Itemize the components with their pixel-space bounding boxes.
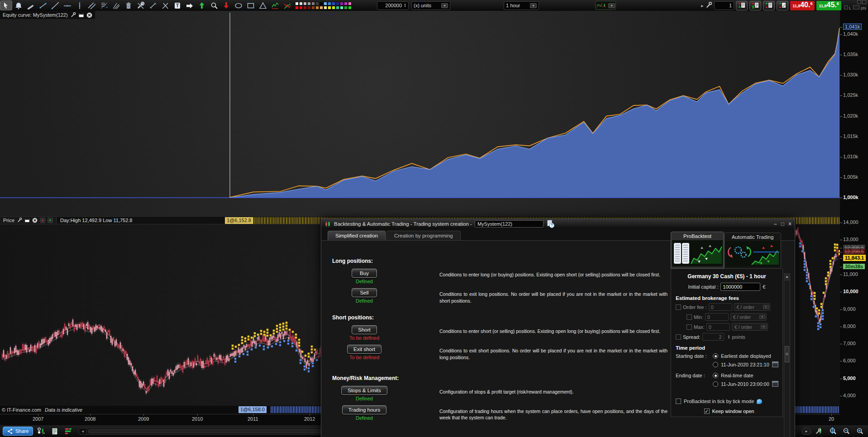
- segment-icon[interactable]: [37, 0, 49, 10]
- zoom-out-icon[interactable]: [841, 427, 852, 436]
- zoom-fit-icon[interactable]: [827, 427, 838, 436]
- fee-checkbox[interactable]: [676, 304, 681, 310]
- pencil-icon[interactable]: [24, 0, 37, 10]
- color-swatch[interactable]: [324, 2, 327, 5]
- earliest-date-radio[interactable]: [713, 353, 718, 359]
- settings-wrench-icon[interactable]: [70, 12, 76, 18]
- calendar-icon[interactable]: [772, 361, 778, 367]
- dialog-tab-simplified-creation[interactable]: Simplified creation: [328, 231, 386, 240]
- quantity-spin-arrows[interactable]: ▲▼: [404, 3, 406, 8]
- arrow-right-icon[interactable]: [183, 0, 196, 10]
- color-swatch[interactable]: [311, 6, 315, 10]
- maximize-button[interactable]: □: [781, 221, 784, 227]
- tick-mode-checkbox[interactable]: [676, 399, 681, 404]
- short-button[interactable]: Short: [352, 325, 377, 334]
- sell-button[interactable]: Sell: [352, 288, 377, 297]
- help-icon[interactable]: ?: [546, 220, 555, 228]
- keep-window-open-checkbox[interactable]: ✓: [704, 408, 710, 414]
- text-icon[interactable]: T: [171, 0, 183, 10]
- scroll-up-button[interactable]: ▲: [784, 274, 790, 280]
- buy-arrow-icon[interactable]: [48, 218, 53, 223]
- color-swatch[interactable]: [320, 2, 323, 5]
- color-swatch[interactable]: [295, 2, 299, 5]
- color-swatch[interactable]: [315, 6, 319, 10]
- pitchfork-icon[interactable]: [110, 0, 122, 10]
- exit-short-button[interactable]: Exit short: [347, 345, 382, 354]
- spread-checkbox[interactable]: [676, 334, 681, 340]
- fee-checkbox[interactable]: [687, 314, 692, 320]
- color-swatch[interactable]: [344, 6, 348, 10]
- calendar-icon[interactable]: [772, 381, 778, 387]
- color-swatch[interactable]: [324, 6, 327, 10]
- color-swatch[interactable]: [332, 6, 335, 10]
- color-swatch[interactable]: [336, 2, 339, 5]
- window-icon[interactable]: [78, 12, 84, 18]
- notes-icon[interactable]: [49, 427, 60, 436]
- fee-unit-select[interactable]: € / order▼: [732, 323, 768, 331]
- tab-automatic-trading[interactable]: Automatic Trading: [724, 233, 781, 269]
- sell-limit-order-button[interactable]: [777, 1, 788, 10]
- ray-icon[interactable]: [49, 0, 61, 10]
- close-icon[interactable]: [32, 218, 38, 223]
- color-swatch[interactable]: [332, 2, 335, 5]
- share-button[interactable]: Share: [3, 427, 33, 436]
- scroll-right-button[interactable]: ▸: [802, 428, 811, 435]
- dialog-tab-creation-by-programming[interactable]: Creation by programming: [386, 231, 461, 240]
- mini-buttons[interactable]: [856, 0, 866, 5]
- buy-stop-order-button[interactable]: [736, 1, 748, 10]
- equity-curve-chart[interactable]: [0, 11, 840, 216]
- system-name-input[interactable]: [475, 220, 544, 228]
- close-icon[interactable]: [86, 12, 92, 18]
- sell-stop-order-button[interactable]: [763, 1, 775, 10]
- arrow-up-icon[interactable]: [196, 0, 208, 10]
- color-swatch[interactable]: [340, 2, 343, 5]
- color-swatch[interactable]: [344, 2, 348, 5]
- color-swatch[interactable]: [328, 6, 331, 10]
- fee-input[interactable]: [705, 313, 729, 321]
- rectangle-icon[interactable]: [244, 0, 257, 10]
- quantity-stepper[interactable]: 200000 ▲▼: [377, 1, 409, 10]
- spread-input[interactable]: [702, 333, 724, 341]
- minimize-button[interactable]: –: [774, 221, 777, 227]
- close-button[interactable]: ×: [788, 221, 792, 227]
- dialog-titlebar[interactable]: Backtesting & Automatic Trading - Tradin…: [321, 219, 795, 229]
- panel-scrollbar[interactable]: ▲ ≡: [784, 273, 790, 437]
- zoom-icon[interactable]: [208, 0, 220, 10]
- tab-probacktest[interactable]: ProBacktest: [671, 232, 724, 269]
- crossed-lines-icon[interactable]: [159, 0, 171, 10]
- buy-price-button[interactable]: 11,845.6: [816, 1, 841, 10]
- color-swatch[interactable]: [311, 2, 315, 5]
- triangle-icon[interactable]: [257, 0, 269, 10]
- settings-wrench-icon[interactable]: [17, 218, 22, 223]
- fibonacci-retracements-icon[interactable]: [98, 0, 110, 10]
- color-swatch[interactable]: [348, 2, 352, 5]
- color-swatch[interactable]: [340, 6, 343, 10]
- arrow-down-icon[interactable]: [220, 0, 232, 10]
- spread-spin-arrows[interactable]: ▲▼: [728, 335, 730, 339]
- color-swatch[interactable]: [307, 2, 311, 5]
- custom-start-date-radio[interactable]: [713, 362, 718, 367]
- sell-arrow-icon[interactable]: [40, 218, 45, 223]
- realtime-date-radio[interactable]: [713, 373, 718, 378]
- ellipse-icon[interactable]: [232, 0, 244, 10]
- order-book-icon[interactable]: [63, 427, 74, 436]
- panel-scrollbar-thumb[interactable]: ≡: [785, 346, 789, 362]
- zigzag-bullish-icon[interactable]: [269, 0, 281, 10]
- color-swatch[interactable]: [299, 2, 303, 5]
- expand-right-icon[interactable]: ▸: [701, 3, 703, 8]
- initial-capital-input[interactable]: [720, 283, 760, 291]
- fee-input[interactable]: [709, 303, 732, 311]
- color-swatch[interactable]: [299, 6, 303, 10]
- color-swatch[interactable]: [295, 6, 299, 10]
- color-swatch[interactable]: [348, 6, 352, 10]
- bell-icon[interactable]: [12, 0, 24, 10]
- trading-hours-button[interactable]: Trading hours: [342, 405, 387, 414]
- chart-settings-icon[interactable]: [814, 427, 825, 436]
- stops-limits-button[interactable]: Stops & Limits: [341, 386, 387, 395]
- arrow-segment-icon[interactable]: [147, 0, 159, 10]
- vertical-line-icon[interactable]: [73, 0, 86, 10]
- color-swatch[interactable]: [307, 6, 311, 10]
- units-select[interactable]: (x) units ▼: [411, 1, 450, 10]
- order-quantity-input[interactable]: 1: [714, 1, 734, 10]
- instrument-info-icon[interactable]: [36, 427, 47, 436]
